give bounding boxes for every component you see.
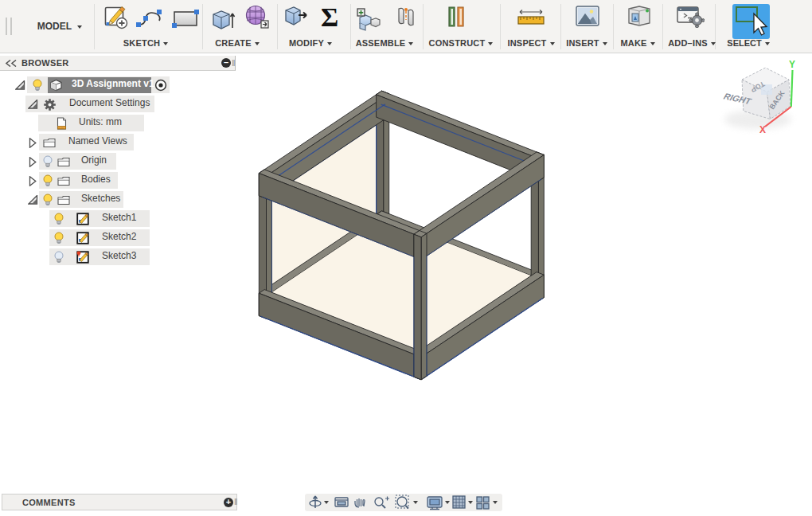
- svg-text:X: X: [759, 124, 766, 135]
- svg-text:Y: Y: [789, 59, 795, 70]
